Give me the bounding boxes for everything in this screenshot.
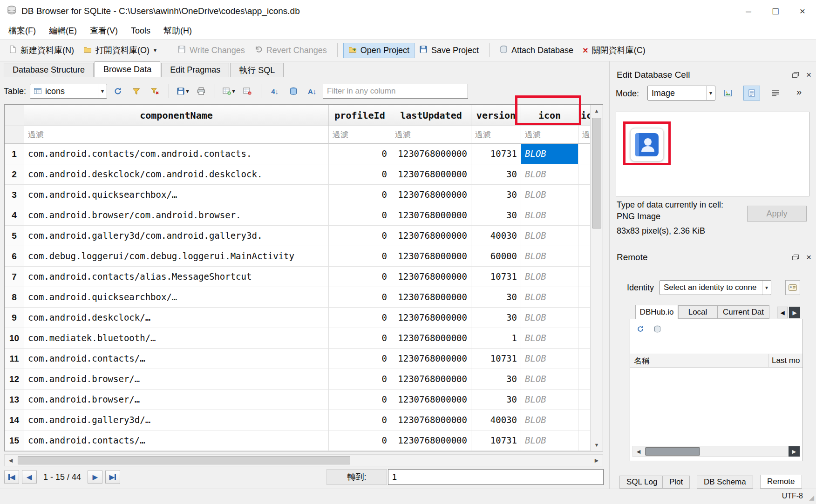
remote-tab-local[interactable]: Local [678, 305, 717, 319]
horizontal-scrollbar[interactable]: ◀ ▶ [4, 454, 603, 466]
cell-lastUpdated[interactable]: 1230768000000 [391, 226, 471, 246]
cell-profileId[interactable]: 0 [329, 287, 391, 308]
cell-icon-blob[interactable]: BLOB [521, 308, 578, 328]
write-changes-button[interactable]: Write Changes [173, 43, 250, 58]
cell-version[interactable]: 30 [471, 205, 521, 226]
save-results-button[interactable]: ▾ [175, 84, 190, 99]
cell-profileId[interactable]: 0 [329, 349, 391, 369]
vertical-scrollbar-thumb[interactable] [592, 118, 601, 228]
cell-version[interactable]: 30 [471, 369, 521, 390]
float-dock-icon[interactable] [792, 72, 799, 78]
mode-selector[interactable]: Image ▾ [647, 86, 715, 101]
cell-componentName[interactable]: com.android.contacts/alias.MessageShortc… [24, 267, 329, 287]
first-record-button[interactable]: ◀ [4, 470, 19, 484]
table-row[interactable]: 6 com.debug.loggerui/com.debug.loggerui.… [5, 246, 603, 267]
table-row[interactable]: 13 com.android.browser/… 0 1230768000000… [5, 390, 603, 410]
cell-profileId[interactable]: 0 [329, 205, 391, 226]
dock-tab-plot[interactable]: Plot [662, 476, 690, 489]
cell-profileId[interactable]: 0 [329, 430, 391, 451]
cell-partial[interactable] [578, 369, 590, 390]
cell-lastUpdated[interactable]: 1230768000000 [391, 164, 471, 185]
column-header-lastUpdated[interactable]: lastUpdated [391, 105, 471, 126]
cell-version[interactable]: 40030 [471, 226, 521, 246]
filter-input-icon[interactable]: 過濾 [521, 126, 578, 144]
tab-edit-pragmas[interactable]: Edit Pragmas [161, 63, 229, 77]
row-number[interactable]: 2 [5, 164, 24, 185]
tab-execute-sql[interactable]: 執行 SQL [230, 63, 284, 77]
last-record-button[interactable]: ▶ [105, 470, 120, 484]
column-header-profileId[interactable]: profileId [329, 105, 391, 126]
column-header-version[interactable]: version [471, 105, 521, 126]
pane-divider[interactable] [609, 61, 610, 489]
cell-version[interactable]: 60000 [471, 246, 521, 267]
cell-componentName[interactable]: com.android.browser/com.android.browser. [24, 205, 329, 226]
table-row[interactable]: 7 com.android.contacts/alias.MessageShor… [5, 267, 603, 287]
dropdown-caret-icon[interactable]: ▾ [762, 281, 771, 295]
table-row[interactable]: 12 com.android.browser/… 0 1230768000000… [5, 369, 603, 390]
cell-lastUpdated[interactable]: 1230768000000 [391, 349, 471, 369]
cell-icon-blob[interactable]: BLOB [521, 267, 578, 287]
remote-clone-button[interactable] [651, 323, 664, 335]
table-row[interactable]: 9 com.android.deskclock/… 0 123076800000… [5, 308, 603, 328]
vertical-scrollbar[interactable]: ▲ ▼ [590, 105, 603, 451]
cell-profileId[interactable]: 0 [329, 226, 391, 246]
cell-componentName[interactable]: com.android.contacts/com.android.contact… [24, 144, 329, 164]
filter-input-profileId[interactable]: 過濾 [329, 126, 391, 144]
print-button[interactable] [193, 84, 209, 99]
minimize-button[interactable]: – [735, 0, 762, 22]
scroll-left-icon[interactable]: ◀ [633, 446, 644, 457]
open-project-button[interactable]: Open Project [343, 43, 415, 58]
tab-database-structure[interactable]: Database Structure [4, 63, 94, 77]
close-dock-icon[interactable]: × [806, 72, 811, 78]
resize-grip-icon[interactable]: ◢ [809, 494, 814, 501]
cell-componentName[interactable]: com.android.browser/… [24, 369, 329, 390]
database-table-icon[interactable] [286, 84, 301, 99]
row-number[interactable]: 3 [5, 185, 24, 205]
identity-selector[interactable]: Select an identity to conne ▾ [660, 280, 771, 295]
revert-changes-button[interactable]: Revert Changes [250, 43, 332, 58]
remote-scrollbar-thumb[interactable] [645, 447, 700, 456]
float-dock-icon[interactable] [792, 255, 799, 260]
insert-record-button[interactable]: ▾ [221, 84, 237, 99]
table-row[interactable]: 5 com.android.gallery3d/com.android.gall… [5, 226, 603, 246]
dropdown-caret-icon[interactable]: ▾ [186, 88, 189, 94]
scroll-right-icon[interactable]: ▶ [591, 455, 603, 466]
row-number[interactable]: 13 [5, 390, 24, 410]
cell-icon-blob[interactable]: BLOB [521, 369, 578, 390]
cell-componentName[interactable]: com.android.contacts/… [24, 430, 329, 451]
cell-lastUpdated[interactable]: 1230768000000 [391, 430, 471, 451]
delete-record-button[interactable] [239, 84, 255, 99]
cell-profileId[interactable]: 0 [329, 328, 391, 349]
next-record-button[interactable]: ▶ [88, 470, 102, 484]
close-database-button[interactable]: × 關閉資料庫(C) [578, 42, 650, 58]
cell-componentName[interactable]: com.android.quicksearchbox/… [24, 185, 329, 205]
table-row[interactable]: 1 com.android.contacts/com.android.conta… [5, 144, 603, 164]
cell-version[interactable]: 30 [471, 308, 521, 328]
cell-partial[interactable] [578, 267, 590, 287]
remote-list-column-name[interactable]: 名稱 [630, 354, 769, 367]
dock-tab-sql-log[interactable]: SQL Log [619, 476, 664, 489]
row-number[interactable]: 10 [5, 328, 24, 349]
grid-corner-cell[interactable] [5, 105, 24, 126]
sort-alpha-icon[interactable]: A↓ [304, 84, 320, 99]
cell-componentName[interactable]: com.android.deskclock/… [24, 308, 329, 328]
row-number[interactable]: 5 [5, 226, 24, 246]
menu-item[interactable]: 幫助(H) [157, 22, 198, 39]
cell-partial[interactable] [578, 287, 590, 308]
cell-icon-blob[interactable]: BLOB [521, 390, 578, 410]
cell-lastUpdated[interactable]: 1230768000000 [391, 308, 471, 328]
cell-version[interactable]: 30 [471, 390, 521, 410]
save-project-button[interactable]: Save Project [415, 43, 483, 58]
remote-tab-current[interactable]: Current Dat [717, 305, 769, 319]
cell-lastUpdated[interactable]: 1230768000000 [391, 185, 471, 205]
cell-version[interactable]: 30 [471, 287, 521, 308]
cell-partial[interactable] [578, 390, 590, 410]
cell-partial[interactable] [578, 205, 590, 226]
previous-record-button[interactable]: ◀ [22, 470, 37, 484]
goto-button[interactable]: 轉到: [326, 469, 387, 485]
filter-input-partial[interactable]: 過濾 [578, 126, 590, 144]
cell-icon-blob[interactable]: BLOB [521, 246, 578, 267]
global-filter-input[interactable] [323, 84, 468, 99]
tab-browse-data[interactable]: Browse Data [95, 61, 160, 77]
open-database-button[interactable]: 打開資料庫(O) ▾ [79, 42, 161, 58]
